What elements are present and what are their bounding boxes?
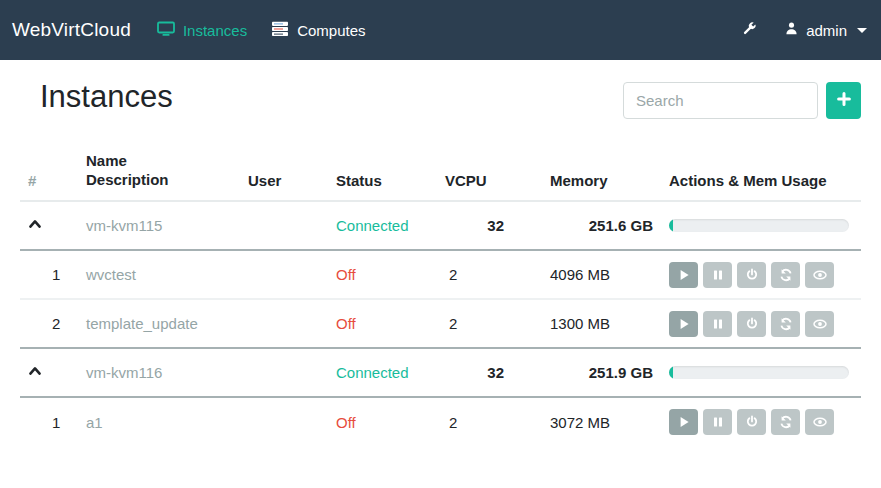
user-name: admin [806,22,847,39]
host-vcpu: 32 [437,201,512,250]
instance-name-link[interactable]: wvctest [86,266,136,283]
power-icon [745,268,759,282]
pause-icon [711,415,725,429]
nav-item-label: Instances [183,22,247,39]
header-user: User [240,127,328,201]
eye-icon [813,415,827,429]
power-button [737,409,766,435]
nav-item-computes[interactable]: Computes [259,0,377,60]
play-icon [677,415,691,429]
instance-user-cell [240,250,328,299]
server-icon [271,21,289,40]
refresh-icon [779,317,793,331]
host-status: Connected [336,364,409,381]
eye-icon [813,268,827,282]
host-row: vm-kvm116Connected32251.9 GB [20,348,861,397]
refresh-button [771,262,800,288]
instance-status: Off [336,414,356,431]
instance-row: 1wvctestOff24096 MB [20,250,861,299]
header-memory: Memory [512,127,661,201]
pause-button [703,409,732,435]
power-icon [745,317,759,331]
pause-button [703,262,732,288]
instance-user-cell [240,397,328,446]
play-button[interactable] [669,409,698,435]
host-user-cell [240,348,328,397]
instance-name-link[interactable]: template_update [86,315,198,332]
collapse-toggle[interactable] [28,217,42,231]
header-actions: Actions & Mem Usage [661,127,861,201]
eye-button [805,311,834,337]
page-title: Instances [40,75,173,119]
refresh-button [771,311,800,337]
instances-table: # Name Description User Status VCPU Memo… [20,127,861,446]
settings-wrench-button[interactable] [741,20,758,40]
instance-status: Off [336,315,356,332]
table-header-row: # Name Description User Status VCPU Memo… [20,127,861,201]
instance-index: 1 [20,397,78,446]
instance-memory: 4096 MB [512,250,661,299]
instances-table-body: vm-kvm115Connected32251.6 GB1wvctestOff2… [20,201,861,446]
caret-down-icon [857,28,867,33]
power-button [737,262,766,288]
instance-name-link[interactable]: a1 [86,414,103,431]
pause-icon [711,317,725,331]
host-user-cell [240,201,328,250]
instance-row: 1a1Off23072 MB [20,397,861,446]
top-navbar: WebVirtCloud Instances Computes admin [0,0,881,60]
display-icon [157,21,175,40]
host-status: Connected [336,217,409,234]
header-status: Status [328,127,437,201]
instance-user-cell [240,299,328,348]
refresh-icon [779,268,793,282]
play-button[interactable] [669,262,698,288]
power-icon [745,415,759,429]
nav-item-label: Computes [297,22,365,39]
instance-memory: 3072 MB [512,397,661,446]
pause-icon [711,268,725,282]
eye-button [805,262,834,288]
collapse-toggle[interactable] [28,364,42,378]
instance-index: 1 [20,250,78,299]
play-button[interactable] [669,311,698,337]
power-button [737,311,766,337]
nav-item-instances[interactable]: Instances [145,0,259,60]
instance-index: 2 [20,299,78,348]
play-icon [677,268,691,282]
header-index: # [20,127,78,201]
host-vcpu: 32 [437,348,512,397]
mem-usage-fill [669,366,673,379]
brand-link[interactable]: WebVirtCloud [12,19,131,41]
header-vcpu: VCPU [437,127,512,201]
refresh-button [771,409,800,435]
pause-button [703,311,732,337]
user-icon [784,21,799,39]
mem-usage-fill [669,219,673,232]
instance-vcpu: 2 [437,397,512,446]
eye-icon [813,317,827,331]
instance-vcpu: 2 [437,299,512,348]
header-description: Description [86,170,232,189]
plus-icon [836,91,852,110]
wrench-icon [741,20,758,40]
host-name-link[interactable]: vm-kvm116 [86,364,162,381]
host-row: vm-kvm115Connected32251.6 GB [20,201,861,250]
play-icon [677,317,691,331]
host-name-link[interactable]: vm-kvm115 [86,217,162,234]
header-name: Name [86,151,232,170]
search-input[interactable] [623,82,818,119]
chevron-up-icon [28,217,42,231]
host-memory: 251.6 GB [512,201,661,250]
refresh-icon [779,415,793,429]
mem-usage-bar [669,219,849,232]
eye-button [805,409,834,435]
host-memory: 251.9 GB [512,348,661,397]
instance-memory: 1300 MB [512,299,661,348]
instance-row: 2template_updateOff21300 MB [20,299,861,348]
instance-status: Off [336,266,356,283]
add-instance-button[interactable] [826,82,861,119]
header-name-description: Name Description [78,127,240,201]
user-dropdown[interactable]: admin [784,21,867,39]
mem-usage-bar [669,366,849,379]
chevron-up-icon [28,364,42,378]
